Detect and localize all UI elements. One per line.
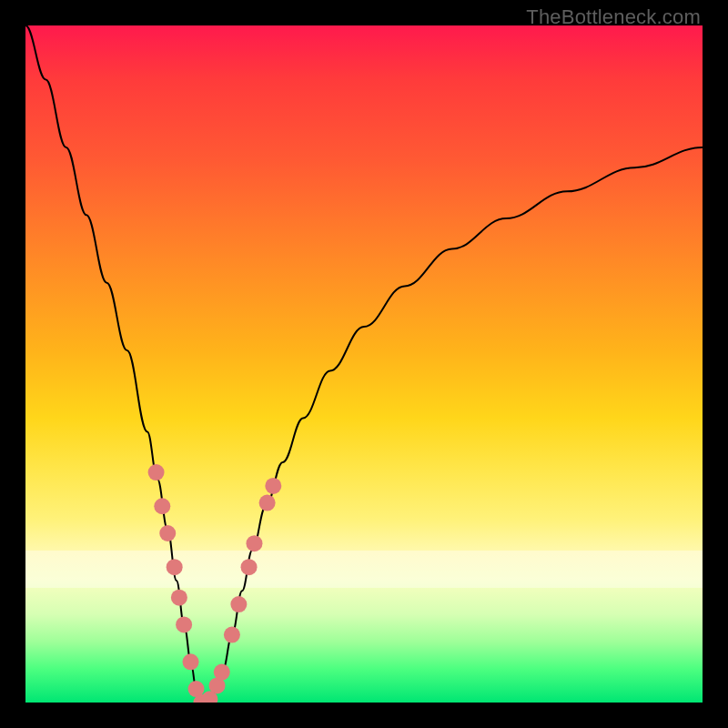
- marker-group: [148, 464, 282, 703]
- marker-point: [259, 495, 276, 511]
- marker-point: [246, 535, 262, 551]
- marker-point: [265, 478, 281, 494]
- marker-point: [176, 616, 192, 632]
- marker-point: [183, 653, 199, 670]
- marker-point: [241, 559, 258, 575]
- marker-point: [224, 627, 240, 643]
- marker-point: [148, 464, 165, 480]
- marker-point: [154, 498, 170, 514]
- bottleneck-curve-path: [25, 25, 703, 703]
- marker-point: [167, 559, 183, 575]
- marker-point: [230, 596, 247, 612]
- marker-point: [159, 525, 176, 541]
- marker-point: [214, 664, 230, 681]
- plot-area: [25, 25, 703, 703]
- marker-point: [171, 590, 187, 606]
- watermark: TheBottleneck.com: [526, 5, 701, 29]
- chart-frame: TheBottleneck.com: [0, 0, 728, 728]
- chart-svg: [25, 25, 703, 703]
